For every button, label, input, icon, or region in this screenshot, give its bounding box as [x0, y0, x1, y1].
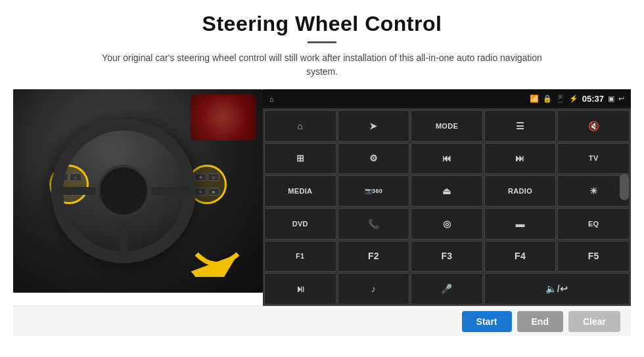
button-grid: ⌂ ➤ MODE ☰ 🔇 ⊞ ⚙ ⏮ ⏭ TV MEDIA 📷360 ⏏ RAD…	[263, 109, 631, 306]
home-status-icon: ⌂	[269, 95, 274, 103]
end-button[interactable]: End	[517, 311, 563, 332]
btn-media[interactable]: MEDIA	[264, 175, 336, 207]
wheel-center	[97, 165, 150, 217]
media-label: MEDIA	[288, 187, 312, 195]
tv-label: TV	[589, 154, 599, 162]
f1-label: F1	[296, 252, 304, 260]
bottom-bar: Start End Clear	[13, 306, 631, 336]
btn-home[interactable]: ⌂	[264, 110, 336, 142]
btn-dvd[interactable]: DVD	[264, 208, 336, 240]
f4-label: F4	[515, 251, 526, 261]
btn-list[interactable]: ☰	[484, 110, 557, 142]
page-wrapper: Steering Wheel Control Your original car…	[0, 0, 644, 357]
wifi-icon: 📶	[530, 94, 539, 103]
btn-f5[interactable]: F5	[557, 241, 630, 272]
control-panel: ⌂ 📶 🔒 📱 ⚡ 05:37 ▣ ↩ ⌂ ➤ MODE ☰	[263, 89, 631, 306]
screen-icon: ▣	[608, 94, 614, 103]
nav-icon: ◎	[443, 219, 451, 229]
title-section: Steering Wheel Control Your original car…	[13, 12, 631, 89]
home-icon: ⌂	[297, 121, 303, 131]
steering-wheel-image: + ♪ - ☎ ⚙ ◇ ⊙ ◈	[13, 89, 263, 293]
title-divider	[308, 41, 336, 43]
btn-prev[interactable]: ⏮	[411, 143, 483, 175]
back-icon: ↩	[618, 94, 624, 103]
mini-btn-8: ◈	[208, 188, 219, 196]
apps-icon: ⊞	[296, 153, 304, 163]
bluetooth-icon: ⚡	[569, 94, 578, 103]
btn-f3[interactable]: F3	[411, 241, 483, 272]
btn-mode[interactable]: MODE	[411, 110, 483, 142]
music-icon: ♪	[371, 284, 376, 294]
btn-mic[interactable]: 🎤	[411, 273, 483, 304]
spoke-right	[151, 187, 191, 195]
f5-label: F5	[588, 251, 599, 261]
content-row: + ♪ - ☎ ⚙ ◇ ⊙ ◈	[13, 89, 631, 306]
lock-icon: 🔒	[543, 94, 552, 103]
page-title: Steering Wheel Control	[13, 12, 631, 36]
f2-label: F2	[368, 251, 379, 261]
mini-btn-7: ⊙	[195, 188, 206, 196]
btn-send[interactable]: ➤	[338, 110, 410, 142]
screen-ctrl-icon: ▬	[515, 219, 524, 229]
clear-button[interactable]: Clear	[568, 311, 620, 332]
mic-icon: 🎤	[441, 284, 452, 294]
steering-wheel-ring	[51, 119, 196, 263]
camera-icon: 📷360	[365, 188, 382, 194]
phone-icon: 📞	[368, 219, 379, 229]
subtitle-text: Your original car's steering wheel contr…	[99, 51, 545, 79]
status-right: 📶 🔒 📱 ⚡ 05:37 ▣ ↩	[530, 94, 624, 104]
btn-screen[interactable]: ▬	[484, 208, 557, 240]
arrow-container	[191, 231, 250, 280]
status-left: ⌂	[269, 95, 274, 103]
btn-camera[interactable]: 📷360	[338, 175, 410, 207]
vol-icon: 🔈/↩	[545, 284, 568, 294]
btn-tv[interactable]: TV	[557, 143, 630, 175]
send-icon: ➤	[369, 121, 377, 131]
dashboard-gauge	[191, 94, 256, 140]
btn-radio[interactable]: RADIO	[484, 175, 557, 207]
btn-brightness[interactable]: ☀	[557, 175, 630, 207]
brightness-icon: ☀	[589, 186, 598, 196]
f3-label: F3	[442, 251, 453, 261]
sim-icon: 📱	[556, 94, 565, 103]
status-time: 05:37	[582, 94, 604, 104]
spoke-left	[57, 187, 96, 195]
btn-playpause[interactable]: ⏯	[264, 273, 336, 304]
mute-icon: 🔇	[588, 121, 599, 131]
btn-settings[interactable]: ⚙	[338, 143, 410, 175]
btn-f4[interactable]: F4	[484, 241, 557, 272]
btn-eject[interactable]: ⏏	[411, 175, 483, 207]
list-icon: ☰	[516, 121, 524, 131]
scroll-indicator[interactable]	[620, 174, 629, 200]
btn-f2[interactable]: F2	[338, 241, 410, 272]
btn-apps[interactable]: ⊞	[264, 143, 336, 175]
btn-mute[interactable]: 🔇	[557, 110, 630, 142]
btn-next[interactable]: ⏭	[484, 143, 557, 175]
spoke-bottom	[120, 225, 127, 258]
start-button[interactable]: Start	[462, 311, 512, 332]
radio-label: RADIO	[508, 187, 532, 195]
settings-icon: ⚙	[369, 153, 378, 163]
prev-icon: ⏮	[442, 153, 451, 163]
btn-nav[interactable]: ◎	[411, 208, 483, 240]
eject-icon: ⏏	[442, 186, 451, 196]
btn-f1[interactable]: F1	[264, 241, 336, 272]
dvd-label: DVD	[292, 220, 308, 228]
playpause-icon: ⏯	[296, 284, 305, 294]
mini-btn-5: ⚙	[195, 173, 206, 181]
status-bar: ⌂ 📶 🔒 📱 ⚡ 05:37 ▣ ↩	[263, 89, 631, 109]
btn-music[interactable]: ♪	[338, 273, 410, 304]
next-icon: ⏭	[515, 153, 524, 163]
mini-btn-6: ◇	[208, 173, 219, 181]
eq-label: EQ	[588, 220, 599, 228]
steering-background: + ♪ - ☎ ⚙ ◇ ⊙ ◈	[13, 89, 263, 293]
mode-label: MODE	[436, 122, 458, 130]
btn-phone[interactable]: 📞	[338, 208, 410, 240]
btn-eq[interactable]: EQ	[557, 208, 630, 240]
yellow-arrow-svg	[191, 231, 250, 277]
btn-vol[interactable]: 🔈/↩	[484, 273, 630, 304]
